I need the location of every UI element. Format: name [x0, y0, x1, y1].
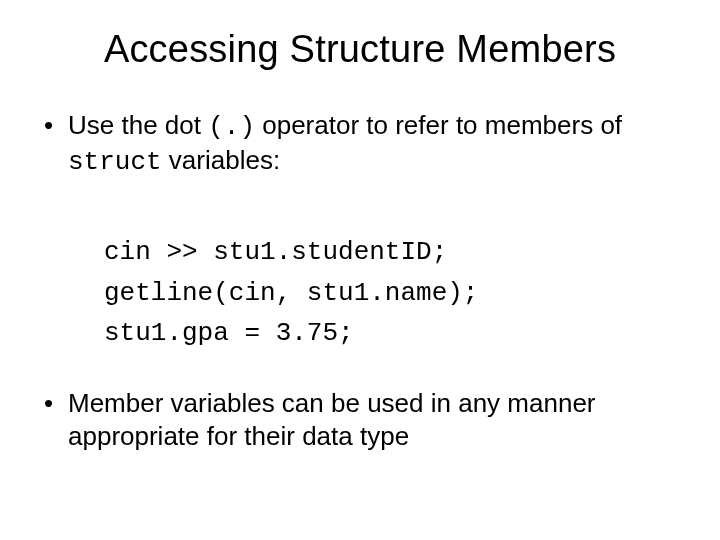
code-line: stu1.gpa = 3.75;	[104, 318, 354, 348]
code-line: getline(cin, stu1.name);	[104, 278, 478, 308]
bullet-list: Member variables can be used in any mann…	[40, 387, 680, 452]
code-block: cin >> stu1.studentID; getline(cin, stu1…	[104, 192, 680, 353]
bullet-text: variables:	[162, 145, 281, 175]
bullet-text: Use the dot	[68, 110, 208, 140]
inline-code: (.)	[208, 112, 255, 142]
bullet-text: Member variables can be used in any mann…	[68, 388, 596, 451]
bullet-text: operator to refer to members of	[255, 110, 622, 140]
inline-code: struct	[68, 147, 162, 177]
slide-title: Accessing Structure Members	[40, 28, 680, 71]
code-line: cin >> stu1.studentID;	[104, 237, 447, 267]
bullet-list: Use the dot (.) operator to refer to mem…	[40, 109, 680, 178]
bullet-item: Use the dot (.) operator to refer to mem…	[40, 109, 680, 178]
bullet-item: Member variables can be used in any mann…	[40, 387, 680, 452]
